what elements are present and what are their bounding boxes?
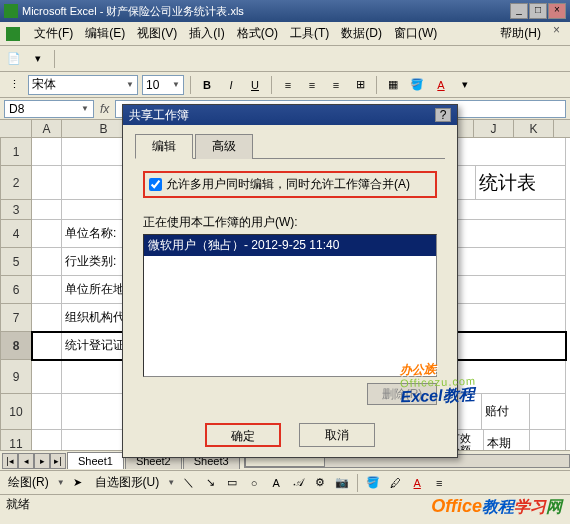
autoshapes-menu[interactable]: 自选图形(U) <box>91 472 164 493</box>
menu-data[interactable]: 数据(D) <box>335 23 388 44</box>
row-header[interactable]: 6 <box>0 276 32 304</box>
clipart-icon[interactable]: ⚙ <box>311 474 329 492</box>
wm-text: 族 <box>423 362 435 376</box>
dialog-close-button[interactable]: ? <box>435 108 451 122</box>
window-title: Microsoft Excel - 财产保险公司业务统计表.xls <box>22 4 510 19</box>
draw-menu[interactable]: 绘图(R) <box>4 472 53 493</box>
title-bar: Microsoft Excel - 财产保险公司业务统计表.xls _ □ × <box>0 0 570 22</box>
rect-icon[interactable]: ▭ <box>223 474 241 492</box>
users-listbox[interactable]: 微软用户（独占）- 2012-9-25 11:40 <box>143 234 437 377</box>
font-color-button[interactable]: A <box>431 75 451 95</box>
tab-advanced[interactable]: 高级 <box>195 134 253 159</box>
row-header[interactable]: 10 <box>0 394 32 430</box>
line-style-icon[interactable]: ≡ <box>430 474 448 492</box>
underline-button[interactable]: U <box>245 75 265 95</box>
menu-help[interactable]: 帮助(H) <box>494 23 547 44</box>
wm2-text: 网 <box>546 498 562 515</box>
row-header[interactable]: 11 <box>0 430 32 450</box>
wordart-icon[interactable]: 𝒜 <box>289 474 307 492</box>
align-center-button[interactable]: ≡ <box>302 75 322 95</box>
menu-tools[interactable]: 工具(T) <box>284 23 335 44</box>
menu-format[interactable]: 格式(O) <box>231 23 284 44</box>
row-header[interactable]: 2 <box>0 166 32 200</box>
tab-last-button[interactable]: ▸| <box>50 453 66 469</box>
row-header[interactable]: 7 <box>0 304 32 332</box>
menu-edit[interactable]: 编辑(E) <box>79 23 131 44</box>
align-right-button[interactable]: ≡ <box>326 75 346 95</box>
menu-insert[interactable]: 插入(I) <box>183 23 230 44</box>
col-header[interactable]: A <box>32 120 62 137</box>
picture-icon[interactable]: 📷 <box>333 474 351 492</box>
col-header[interactable]: J <box>474 120 514 137</box>
wm2-text: 教程 <box>482 498 514 515</box>
row-header[interactable]: 3 <box>0 200 32 220</box>
textbox-icon[interactable]: A <box>267 474 285 492</box>
cell-benqi[interactable]: 本期 <box>484 430 530 450</box>
arrow-icon[interactable]: ↘ <box>201 474 219 492</box>
name-box-value: D8 <box>9 102 24 116</box>
cell-peifu[interactable]: 赔付 <box>482 394 530 430</box>
menu-file[interactable]: 文件(F) <box>28 23 79 44</box>
sheet-tab-1[interactable]: Sheet1 <box>67 452 124 469</box>
grip-icon: ⋮ <box>4 75 24 95</box>
maximize-button[interactable]: □ <box>529 3 547 19</box>
dialog-title: 共享工作簿 <box>129 107 189 124</box>
menu-view[interactable]: 视图(V) <box>131 23 183 44</box>
doc-close-button[interactable]: × <box>549 23 564 44</box>
excel-icon <box>6 27 20 41</box>
drawing-toolbar: 绘图(R)▼ ➤ 自选图形(U)▼ ＼ ↘ ▭ ○ A 𝒜 ⚙ 📷 🪣 🖊 A … <box>0 470 570 494</box>
col-header[interactable]: K <box>514 120 554 137</box>
toolbar-overflow-icon[interactable]: ▾ <box>455 75 475 95</box>
wm2-text: 学习 <box>514 498 546 515</box>
merge-button[interactable]: ⊞ <box>350 75 370 95</box>
tab-prev-button[interactable]: ◂ <box>18 453 34 469</box>
dialog-title-bar[interactable]: 共享工作簿 ? <box>123 105 457 125</box>
italic-button[interactable]: I <box>221 75 241 95</box>
allow-multi-user-checkbox-row[interactable]: 允许多用户同时编辑，同时允许工作簿合并(A) <box>143 171 437 198</box>
row-header[interactable]: 8 <box>0 332 32 360</box>
tab-next-button[interactable]: ▸ <box>34 453 50 469</box>
toolbar-more-icon[interactable]: ▾ <box>28 49 48 69</box>
row-header[interactable]: 4 <box>0 220 32 248</box>
watermark-office-net: Office教程学习网 <box>431 496 562 518</box>
fx-icon[interactable]: fx <box>100 102 109 116</box>
row-header[interactable]: 1 <box>0 138 32 166</box>
align-left-button[interactable]: ≡ <box>278 75 298 95</box>
cancel-button[interactable]: 取消 <box>299 423 375 447</box>
allow-multi-user-label: 允许多用户同时编辑，同时允许工作簿合并(A) <box>166 176 410 193</box>
name-box[interactable]: D8▼ <box>4 100 94 118</box>
pointer-icon[interactable]: ➤ <box>69 474 87 492</box>
row-header[interactable]: 5 <box>0 248 32 276</box>
minimize-button[interactable]: _ <box>510 3 528 19</box>
tab-edit[interactable]: 编辑 <box>135 134 193 159</box>
font-size: 10 <box>146 78 159 92</box>
fill-icon[interactable]: 🪣 <box>364 474 382 492</box>
user-row-selected[interactable]: 微软用户（独占）- 2012-9-25 11:40 <box>144 235 436 256</box>
new-button[interactable]: 📄 <box>4 49 24 69</box>
standard-toolbar: 📄 ▾ <box>0 46 570 72</box>
users-label: 正在使用本工作簿的用户(W): <box>143 214 437 231</box>
font-size-select[interactable]: 10▼ <box>142 75 184 95</box>
line-icon[interactable]: ＼ <box>179 474 197 492</box>
text-color-icon[interactable]: A <box>408 474 426 492</box>
allow-multi-user-checkbox[interactable] <box>149 178 162 191</box>
formatting-toolbar: ⋮ 宋体▼ 10▼ B I U ≡ ≡ ≡ ⊞ ▦ 🪣 A ▾ <box>0 72 570 98</box>
font-select[interactable]: 宋体▼ <box>28 75 138 95</box>
borders-button[interactable]: ▦ <box>383 75 403 95</box>
font-name: 宋体 <box>32 76 56 93</box>
line-color-icon[interactable]: 🖊 <box>386 474 404 492</box>
oval-icon[interactable]: ○ <box>245 474 263 492</box>
cell-title[interactable]: 统计表 <box>476 166 566 200</box>
app-icon <box>4 4 18 18</box>
tab-first-button[interactable]: |◂ <box>2 453 18 469</box>
col-header[interactable]: L <box>554 120 570 137</box>
fill-color-button[interactable]: 🪣 <box>407 75 427 95</box>
wm2-text: Office <box>431 496 482 516</box>
close-button[interactable]: × <box>548 3 566 19</box>
col-corner[interactable] <box>0 120 32 137</box>
row-header[interactable]: 9 <box>0 360 32 394</box>
wm-text: 办公 <box>399 362 423 377</box>
ok-button[interactable]: 确定 <box>205 423 281 447</box>
menu-window[interactable]: 窗口(W) <box>388 23 443 44</box>
bold-button[interactable]: B <box>197 75 217 95</box>
